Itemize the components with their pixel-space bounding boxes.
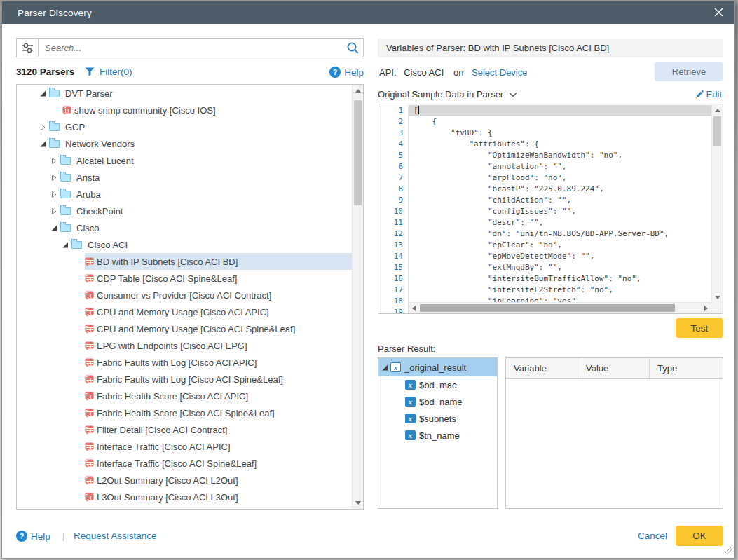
parser-tree: DVT Parsershow snmp community [Cisco IOS…	[17, 85, 352, 510]
collapsed-arrow-icon[interactable]	[51, 186, 60, 203]
filter-label: Filter(0)	[100, 67, 132, 77]
tree-parser-row[interactable]: BD with IP Subnets [Cisco ACI BD]	[17, 253, 352, 270]
code-line: "OptimizeWanBandwidth": "no",	[409, 150, 711, 161]
dialog-title: Parser Discovery	[18, 8, 92, 18]
tree-folder-row[interactable]: Aruba	[17, 186, 352, 203]
tree-item-label: MAC Table [Cisco ACI Spine&Leaf]	[97, 509, 238, 510]
tree-folder-row[interactable]: Arista	[17, 169, 352, 186]
tree-scroll-thumb[interactable]	[354, 100, 362, 205]
tree-folder-row[interactable]: GCP	[17, 118, 352, 135]
tree-folder-row[interactable]: DVT Parser	[17, 85, 352, 102]
editor-vscroll-thumb[interactable]	[713, 116, 721, 146]
table-column-header[interactable]: Value	[578, 358, 650, 378]
resize-grip-icon[interactable]	[725, 543, 732, 556]
expanded-arrow-icon[interactable]	[40, 85, 49, 102]
sample-data-row[interactable]: Original Sample Data in Parser	[378, 89, 517, 100]
tree-parser-row[interactable]: Filter Detail [Cisco ACI Contract]	[17, 421, 352, 438]
tree-scrollbar[interactable]	[352, 85, 363, 509]
list-meta-row: 3120 Parsers Filter(0) ? Help	[16, 67, 364, 79]
tree-item-label: Fabric Faults with Log [Cisco ACI APIC]	[97, 357, 257, 368]
tree-folder-row[interactable]: Network Vendors	[17, 135, 352, 152]
tree-parser-row[interactable]: Fabric Health Score [Cisco ACI APIC]	[17, 388, 352, 404]
tree-parser-row[interactable]: EPG with Endpoints [Cisco ACI EPG]	[17, 337, 352, 354]
collapsed-arrow-icon[interactable]	[40, 118, 49, 135]
editor-hscroll-thumb[interactable]	[420, 304, 675, 312]
collapsed-arrow-icon[interactable]	[51, 203, 60, 219]
collapsed-arrow-icon[interactable]	[51, 152, 60, 169]
result-tree-label: $subnets	[419, 414, 456, 424]
tree-folder-row[interactable]: Alcatel Lucent	[17, 152, 352, 169]
tree-item-label: CPU and Memory Usage [Cisco ACI Spine&Le…	[97, 324, 295, 334]
request-assistance-link[interactable]: Request Assistance	[74, 531, 157, 541]
tree-item-label: DVT Parser	[65, 88, 113, 99]
variable-icon: x	[405, 430, 416, 440]
folder-icon	[60, 224, 71, 232]
scroll-up-icon[interactable]	[712, 105, 723, 116]
scroll-down-icon[interactable]	[712, 292, 723, 303]
tree-parser-row[interactable]: L3Out Summary [Cisco ACI L3Out]	[17, 489, 352, 505]
tree-parser-row[interactable]: Consumer vs Provider [Cisco ACI Contract…	[17, 287, 352, 303]
code-line: {	[409, 116, 711, 128]
expanded-arrow-icon[interactable]	[40, 135, 49, 152]
advanced-filter-icon[interactable]	[17, 39, 39, 57]
sample-data-editor[interactable]: 12345678910111213141516171819 [ { "fvBD"…	[378, 104, 723, 314]
help-icon: ?	[329, 67, 341, 78]
tree-parser-row[interactable]: Interface Traffic [Cisco ACI APIC]	[17, 438, 352, 455]
tree-parser-row[interactable]: L2Out Summary [Cisco ACI L2Out]	[17, 472, 352, 489]
help-link-top[interactable]: ? Help	[329, 67, 364, 78]
result-tree-row[interactable]: x_original_result	[378, 358, 497, 376]
tree-item-label: Filter Detail [Cisco ACI Contract]	[97, 425, 227, 435]
expanded-arrow-icon[interactable]	[382, 364, 390, 371]
tree-item-label: Interface Traffic [Cisco ACI APIC]	[97, 442, 231, 452]
result-tree-row[interactable]: x$subnets	[378, 410, 497, 427]
table-column-header[interactable]: Type	[650, 358, 723, 378]
editor-code[interactable]: [ { "fvBD": { "attributes": { "OptimizeW…	[409, 104, 711, 302]
tree-item-label: Fabric Health Score [Cisco ACI Spine&Lea…	[97, 408, 275, 418]
editor-vscrollbar[interactable]	[711, 104, 723, 303]
filter-link[interactable]: Filter(0)	[85, 67, 132, 77]
scroll-down-icon[interactable]	[353, 498, 363, 508]
tree-parser-row[interactable]: CPU and Memory Usage [Cisco ACI APIC]	[17, 303, 352, 320]
parser-icon	[85, 442, 94, 451]
result-tree-row[interactable]: x$tn_name	[378, 427, 497, 444]
table-column-header[interactable]: Variable	[506, 358, 578, 378]
search-icon[interactable]	[342, 41, 363, 55]
scroll-left-icon[interactable]	[409, 303, 419, 313]
tree-item-label: Arista	[76, 172, 100, 183]
select-device-link[interactable]: Select Device	[472, 67, 527, 78]
tree-folder-row[interactable]: Cisco	[17, 219, 352, 236]
tree-parser-row[interactable]: Fabric Faults with Log [Cisco ACI APIC]	[17, 354, 352, 371]
tree-parser-row[interactable]: CPU and Memory Usage [Cisco ACI Spine&Le…	[17, 320, 352, 337]
tree-item-label: EPG with Endpoints [Cisco ACI EPG]	[97, 341, 247, 351]
ok-button[interactable]: OK	[676, 526, 723, 546]
result-tree-label: $tn_name	[419, 430, 460, 441]
tree-folder-row[interactable]: Cisco ACI	[17, 236, 352, 253]
expanded-arrow-icon[interactable]	[62, 236, 71, 253]
tree-folder-row[interactable]: CheckPoint	[17, 203, 352, 219]
tree-parser-row[interactable]: CDP Table [Cisco ACI Spine&Leaf]	[17, 270, 352, 287]
tree-parser-row[interactable]: show snmp community [Cisco IOS]	[17, 102, 352, 118]
folder-icon	[49, 90, 60, 97]
test-button[interactable]: Test	[676, 318, 723, 338]
editor-hscrollbar[interactable]	[409, 302, 711, 313]
close-icon[interactable]	[713, 7, 725, 18]
folder-icon	[60, 157, 71, 165]
tree-parser-row[interactable]: Fabric Health Score [Cisco ACI Spine&Lea…	[17, 404, 352, 421]
result-tree-row[interactable]: x$bd_mac	[378, 376, 497, 393]
tree-parser-row[interactable]: Fabric Faults with Log [Cisco ACI Spine&…	[17, 371, 352, 388]
tree-item-label: GCP	[65, 122, 85, 132]
tree-parser-row[interactable]: MAC Table [Cisco ACI Spine&Leaf]	[17, 505, 352, 510]
code-line: "annotation": "",	[409, 161, 711, 172]
variable-icon: x	[405, 380, 416, 390]
scroll-up-icon[interactable]	[353, 86, 363, 96]
edit-link[interactable]: Edit	[694, 89, 722, 100]
collapsed-arrow-icon[interactable]	[51, 169, 60, 186]
cancel-link[interactable]: Cancel	[638, 531, 667, 541]
result-tree-row[interactable]: x$bd_name	[378, 393, 497, 410]
scroll-right-icon[interactable]	[701, 303, 711, 313]
tree-parser-row[interactable]: Interface Traffic [Cisco ACI Spine&Leaf]	[17, 455, 352, 472]
search-input[interactable]	[39, 43, 342, 53]
retrieve-button[interactable]: Retrieve	[655, 62, 723, 81]
help-link-bottom[interactable]: ? Help	[16, 531, 50, 542]
expanded-arrow-icon[interactable]	[51, 219, 60, 236]
